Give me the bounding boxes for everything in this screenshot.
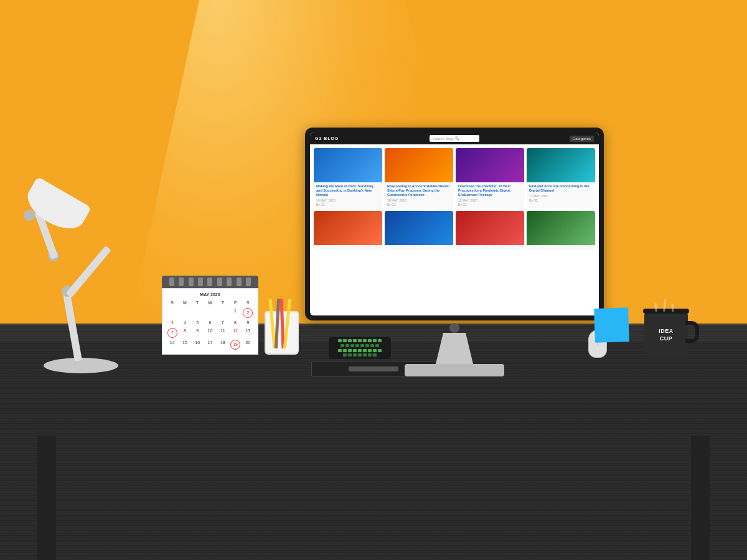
- blog-card-author-2: By G2: [387, 203, 451, 207]
- coffee-mug: IDEACUP: [644, 312, 688, 358]
- blog-card-author-3: By G2: [458, 203, 522, 207]
- key: [345, 344, 349, 347]
- cal-date: 10: [204, 327, 216, 338]
- calendar: MAY 2020 S M T W T F S 1 2 3 4 5 6 7 8 9: [162, 276, 258, 355]
- key: [338, 349, 342, 352]
- cal-day-s1: S: [166, 299, 178, 307]
- key-row-2: [331, 344, 389, 348]
- cal-date: 14: [166, 339, 178, 350]
- key: [341, 344, 344, 347]
- blog-card-5[interactable]: [314, 211, 382, 250]
- cal-date: 8: [229, 319, 241, 327]
- key: [370, 344, 374, 347]
- key: [358, 349, 362, 352]
- key: [363, 353, 367, 357]
- key: [348, 349, 352, 352]
- key: [353, 349, 357, 352]
- cal-date: 20: [242, 339, 254, 350]
- blog-card-1[interactable]: Making the Most of Data: Surviving and S…: [314, 148, 382, 208]
- cal-date: 8: [179, 327, 190, 338]
- key: [338, 339, 342, 342]
- blog-card-text-1: Making the Most of Data: Surviving and S…: [314, 182, 382, 208]
- blog-card-title-4: Fast and Accurate Onboarding in the Digi…: [529, 184, 593, 193]
- cal-date: 6: [204, 319, 216, 327]
- blog-card-img-3: [456, 148, 524, 182]
- key: [348, 353, 352, 357]
- key: [378, 349, 382, 352]
- desk-leg-left: [37, 436, 56, 560]
- cal-date: 9: [242, 319, 254, 327]
- cal-day-s2: S: [242, 299, 254, 307]
- steam-line-3: [672, 304, 674, 312]
- blog-card-8[interactable]: [527, 211, 595, 250]
- cal-date: 13: [242, 327, 254, 338]
- cal-date: 4: [179, 319, 190, 327]
- key: [368, 339, 372, 342]
- cal-date: 1: [229, 307, 241, 319]
- desk-leg-crossbar: [56, 503, 691, 510]
- cal-date: 16: [192, 339, 204, 350]
- blog-grid: Making the Most of Data: Surviving and S…: [310, 144, 599, 254]
- cal-date: 7: [166, 327, 178, 338]
- sticky-note: [594, 307, 629, 343]
- search-placeholder: Search Blog: [433, 137, 453, 141]
- key: [375, 344, 379, 347]
- lamp-arm-1: [65, 246, 111, 298]
- blog-card-text-5: [314, 245, 382, 250]
- cal-date: 3: [166, 319, 178, 327]
- key: [363, 349, 367, 352]
- blog-card-6[interactable]: [385, 211, 453, 250]
- blog-card-text-6: [385, 245, 453, 250]
- blog-card-author-1: By G2: [316, 203, 380, 207]
- cal-date: [217, 307, 228, 319]
- cal-date: 11: [217, 327, 228, 338]
- blog-card-text-4: Fast and Accurate Onboarding in the Digi…: [527, 182, 595, 204]
- blog-card-title-3: Download the checklist: 10 Best Practice…: [458, 184, 522, 197]
- blog-card-text-8: [527, 245, 595, 250]
- blog-card-date-1: 19 MAY, 2020: [316, 198, 380, 202]
- blog-card-7[interactable]: [456, 211, 524, 250]
- key: [343, 353, 347, 357]
- keyboard: [329, 337, 391, 359]
- key: [360, 344, 364, 347]
- steam-line-1: [654, 302, 657, 312]
- cal-date: 18: [217, 339, 228, 350]
- key: [373, 353, 377, 357]
- monitor-stand-base: [405, 364, 504, 376]
- blog-card-img-7: [456, 211, 524, 245]
- cal-date: [179, 307, 190, 319]
- key-row-4: [331, 353, 389, 357]
- blog-card-title-1: Making the Most of Data: Surviving and S…: [316, 184, 380, 197]
- blog-card-date-3: 12 MAY, 2020: [458, 198, 522, 202]
- calendar-grid: S M T W T F S 1 2 3 4 5 6 7 8 9 7 8: [166, 299, 254, 350]
- calendar-spiral: [162, 276, 258, 288]
- key: [350, 344, 354, 347]
- blog-categories-button[interactable]: Categories: [570, 136, 594, 142]
- blog-card-date-2: 18 MAY, 2020: [387, 198, 451, 202]
- lamp-head: [21, 177, 92, 238]
- blog-search-bar[interactable]: Search Blog 🔍: [430, 135, 479, 142]
- key: [353, 339, 357, 342]
- blog-card-img-5: [314, 211, 382, 245]
- blog-card-3[interactable]: Download the checklist: 10 Best Practice…: [456, 148, 524, 208]
- blog-card-2[interactable]: Responding to Account Holder Needs: Skip…: [385, 148, 453, 208]
- key: [373, 339, 377, 342]
- key: [353, 353, 357, 357]
- blog-card-text-7: [456, 245, 524, 250]
- blog-card-text-3: Download the checklist: 10 Best Practice…: [456, 182, 524, 208]
- coffee-steam: [653, 299, 675, 314]
- blog-card-img-6: [385, 211, 453, 245]
- key: [378, 339, 382, 342]
- key: [343, 349, 347, 352]
- cal-day-t1: T: [192, 299, 204, 307]
- cal-date: [192, 307, 204, 319]
- blog-card-4[interactable]: Fast and Accurate Onboarding in the Digi…: [527, 148, 595, 208]
- key: [365, 344, 369, 347]
- lamp-joint-3: [24, 210, 35, 221]
- cal-date: 7: [217, 319, 228, 327]
- pencil-4: [283, 299, 291, 348]
- cal-date: 9: [192, 327, 204, 338]
- pencil-cup: [265, 311, 299, 355]
- cal-date: [204, 307, 216, 319]
- key: [373, 349, 377, 352]
